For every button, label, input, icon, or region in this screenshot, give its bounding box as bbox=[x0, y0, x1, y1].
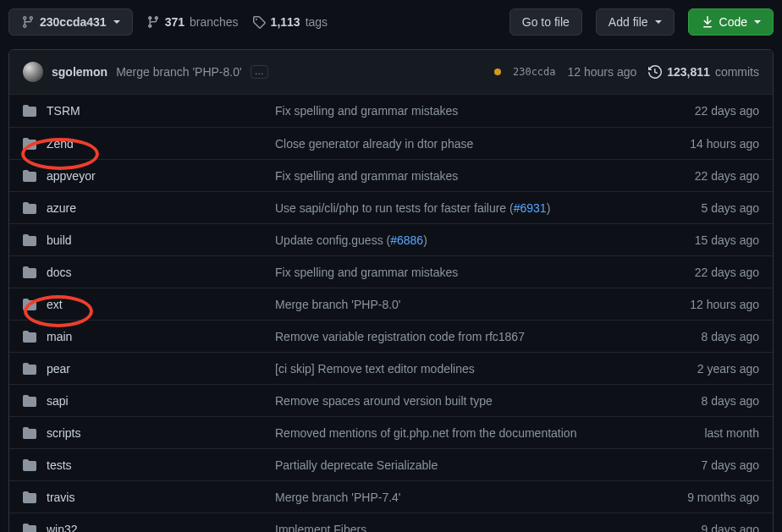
row-commit-message[interactable]: Close generator already in dtor phase bbox=[275, 137, 649, 151]
commit-author[interactable]: sgolemon bbox=[52, 65, 107, 79]
tags-link[interactable]: 1,113 tags bbox=[252, 15, 328, 29]
directory-link[interactable]: build bbox=[47, 233, 72, 247]
row-commit-message[interactable]: Fix spelling and grammar mistakes bbox=[275, 169, 649, 183]
row-commit-message[interactable]: [ci skip] Remove text editor modelines bbox=[275, 362, 649, 376]
directory-link[interactable]: Zend bbox=[47, 137, 74, 151]
row-commit-msg-pre: Close generator already in dtor phase bbox=[275, 137, 473, 151]
table-row: mainRemove variable registration code fr… bbox=[9, 320, 773, 352]
row-commit-message[interactable]: Fix spelling and grammar mistakes bbox=[275, 266, 649, 279]
row-commit-message[interactable]: Remove spaces around version built type bbox=[275, 394, 649, 408]
tag-icon bbox=[252, 15, 266, 29]
folder-icon bbox=[23, 330, 36, 343]
row-time[interactable]: 22 days ago bbox=[649, 169, 759, 183]
directory-link[interactable]: docs bbox=[47, 266, 72, 279]
branch-select-button[interactable]: 230ccda431 bbox=[8, 8, 133, 36]
row-time[interactable]: 2 years ago bbox=[649, 362, 759, 376]
row-time[interactable]: 9 days ago bbox=[649, 523, 759, 533]
row-commit-msg-pre: Fix spelling and grammar mistakes bbox=[275, 266, 458, 279]
commits-link[interactable]: 123,811 commits bbox=[648, 65, 759, 79]
directory-link[interactable]: azure bbox=[47, 201, 76, 215]
download-icon bbox=[701, 15, 714, 29]
commit-message[interactable]: Merge branch 'PHP-8.0' bbox=[116, 65, 242, 79]
folder-icon bbox=[23, 394, 36, 408]
tags-count: 1,113 bbox=[271, 15, 300, 29]
code-button[interactable]: Code bbox=[688, 8, 774, 36]
folder-icon bbox=[23, 298, 36, 311]
folder-icon bbox=[23, 169, 36, 183]
table-row: win32Implement Fibers9 days ago bbox=[9, 513, 773, 532]
row-time[interactable]: 22 days ago bbox=[649, 104, 759, 118]
directory-link[interactable]: ext bbox=[47, 298, 63, 311]
row-time[interactable]: 15 days ago bbox=[649, 233, 759, 247]
caret-down-icon bbox=[754, 20, 761, 24]
folder-icon bbox=[23, 523, 36, 533]
directory-link[interactable]: pear bbox=[47, 362, 70, 376]
row-commit-message[interactable]: Update config.guess (#6886) bbox=[275, 233, 649, 247]
add-file-label: Add file bbox=[609, 15, 648, 29]
row-commit-msg-pre: Update config.guess ( bbox=[275, 233, 390, 247]
directory-link[interactable]: TSRM bbox=[47, 104, 80, 118]
row-commit-message[interactable]: Fix spelling and grammar mistakes bbox=[275, 104, 649, 118]
avatar[interactable] bbox=[23, 62, 43, 82]
directory-link[interactable]: scripts bbox=[47, 426, 80, 440]
commit-sha[interactable]: 230ccda bbox=[513, 66, 556, 78]
row-commit-msg-pre: Use sapi/cli/php to run tests for faster… bbox=[275, 201, 514, 215]
tags-label: tags bbox=[306, 15, 328, 29]
ci-status-pending-icon[interactable] bbox=[494, 69, 501, 75]
add-file-button[interactable]: Add file bbox=[596, 8, 675, 36]
commit-ellipsis-button[interactable]: … bbox=[251, 65, 268, 78]
folder-icon bbox=[23, 201, 36, 215]
row-commit-message[interactable]: Use sapi/cli/php to run tests for faster… bbox=[275, 201, 649, 215]
row-time[interactable]: 9 months ago bbox=[649, 491, 759, 504]
go-to-file-button[interactable]: Go to file bbox=[509, 8, 582, 36]
caret-down-icon bbox=[655, 20, 662, 24]
row-time[interactable]: 8 days ago bbox=[649, 330, 759, 343]
directory-link[interactable]: travis bbox=[47, 491, 74, 504]
row-commit-msg-pre: Partially deprecate Serializable bbox=[275, 458, 438, 472]
directory-link[interactable]: appveyor bbox=[47, 169, 96, 183]
table-row: docsFix spelling and grammar mistakes22 … bbox=[9, 255, 773, 288]
folder-icon bbox=[23, 458, 36, 472]
row-commit-message[interactable]: Remove variable registration code from r… bbox=[275, 330, 649, 343]
folder-icon bbox=[23, 362, 36, 376]
file-list-box: sgolemon Merge branch 'PHP-8.0' … 230ccd… bbox=[8, 49, 774, 532]
folder-icon bbox=[23, 426, 36, 440]
row-commit-message[interactable]: Merge branch 'PHP-7.4' bbox=[275, 491, 649, 504]
row-commit-message[interactable]: Partially deprecate Serializable bbox=[275, 458, 649, 472]
history-icon bbox=[648, 65, 662, 79]
directory-link[interactable]: main bbox=[47, 330, 72, 343]
row-time[interactable]: 12 hours ago bbox=[649, 298, 759, 311]
row-commit-message[interactable]: Merge branch 'PHP-8.0' bbox=[275, 298, 649, 311]
table-row: sapiRemove spaces around version built t… bbox=[9, 384, 773, 416]
commit-time[interactable]: 12 hours ago bbox=[568, 65, 637, 79]
row-commit-msg-pre: Fix spelling and grammar mistakes bbox=[275, 104, 458, 118]
row-time[interactable]: 22 days ago bbox=[649, 266, 759, 279]
row-commit-message[interactable]: Implement Fibers bbox=[275, 523, 649, 533]
row-time[interactable]: 5 days ago bbox=[649, 201, 759, 215]
row-time[interactable]: 7 days ago bbox=[649, 458, 759, 472]
row-commit-message[interactable]: Removed mentions of git.php.net from the… bbox=[275, 426, 649, 440]
branches-label: branches bbox=[190, 15, 239, 29]
row-time[interactable]: 14 hours ago bbox=[649, 137, 759, 151]
branch-name: 230ccda431 bbox=[40, 15, 107, 29]
table-row: travisMerge branch 'PHP-7.4'9 months ago bbox=[9, 480, 773, 513]
caret-down-icon bbox=[113, 20, 120, 24]
issue-link[interactable]: #6931 bbox=[514, 201, 547, 215]
table-row: scriptsRemoved mentions of git.php.net f… bbox=[9, 416, 773, 448]
branches-link[interactable]: 371 branches bbox=[146, 15, 239, 29]
row-commit-msg-pre: Remove variable registration code from r… bbox=[275, 330, 525, 343]
folder-icon bbox=[23, 266, 36, 279]
branches-count: 371 bbox=[165, 15, 184, 29]
table-row: appveyorFix spelling and grammar mistake… bbox=[9, 159, 773, 191]
directory-link[interactable]: sapi bbox=[47, 394, 69, 408]
row-time[interactable]: last month bbox=[649, 426, 759, 440]
issue-link[interactable]: #6886 bbox=[390, 233, 423, 247]
folder-icon bbox=[23, 491, 36, 504]
directory-link[interactable]: tests bbox=[47, 458, 72, 472]
commits-label: commits bbox=[715, 65, 759, 79]
row-commit-msg-pre: Fix spelling and grammar mistakes bbox=[275, 169, 458, 183]
row-time[interactable]: 8 days ago bbox=[649, 394, 759, 408]
table-row: pear[ci skip] Remove text editor modelin… bbox=[9, 352, 773, 384]
git-branch-icon bbox=[21, 15, 35, 29]
directory-link[interactable]: win32 bbox=[47, 523, 78, 533]
